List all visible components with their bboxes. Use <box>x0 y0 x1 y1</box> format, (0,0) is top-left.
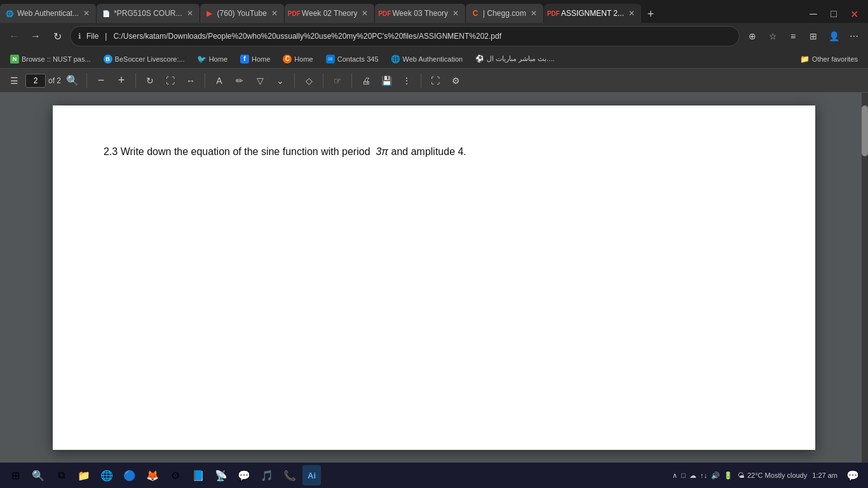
cursor-button[interactable]: ☞ <box>329 72 346 90</box>
bookmark-webauth-icon: 🌐 <box>391 55 400 64</box>
taskbar-notion[interactable]: 📘 <box>188 465 208 485</box>
tab-close-youtube[interactable]: ✕ <box>270 8 279 19</box>
settings-button[interactable]: ⚙ <box>447 72 465 90</box>
tab-close-week02[interactable]: ✕ <box>360 8 369 19</box>
taskbar-edge[interactable]: 🌐 <box>97 465 117 485</box>
tab-assignment2[interactable]: PDF ASSIGNMENT 2... ✕ <box>544 4 641 23</box>
read-aloud-icon-btn[interactable]: ≡ <box>784 27 802 45</box>
bookmark-fb-home[interactable]: f Home <box>235 53 275 65</box>
bookmark-chrome-home[interactable]: C Home <box>278 53 318 65</box>
tab-close-chegg[interactable]: ✕ <box>529 8 538 19</box>
zoom-icon-btn[interactable]: ⊕ <box>743 27 761 45</box>
tab-week03[interactable]: PDF Week 03 Theory ✕ <box>375 4 465 23</box>
zoom-in-button[interactable]: + <box>112 72 130 90</box>
vertical-scrollbar[interactable] <box>862 93 868 463</box>
telegram-icon: 📡 <box>215 470 227 482</box>
time-display[interactable]: 1:27 am <box>812 471 837 479</box>
taskbar-firefox[interactable]: 🦊 <box>142 465 163 485</box>
bookmark-arabic-icon: ⚽ <box>475 55 484 64</box>
page-number-input[interactable] <box>25 74 46 88</box>
notification-button[interactable]: 💬 <box>843 465 863 485</box>
store-icon: 🔵 <box>123 470 136 482</box>
weather-text: 22°C Mostly cloudy <box>747 471 807 479</box>
favorites-icon-btn[interactable]: ☆ <box>764 27 782 45</box>
maximize-button[interactable]: □ <box>825 5 843 23</box>
tab-icon-week02: PDF <box>290 9 299 18</box>
taskbar-explorer[interactable]: 📁 <box>74 465 94 485</box>
tab-close-prg510[interactable]: ✕ <box>186 8 194 19</box>
taskbar-ai-btn[interactable]: Ai <box>302 465 321 485</box>
cloud-icon[interactable]: ☁ <box>689 471 696 480</box>
network-icon[interactable]: ↑↓ <box>700 471 707 479</box>
fit-page-button[interactable]: ⛶ <box>161 72 179 90</box>
notion-icon: 📘 <box>192 470 205 482</box>
zoom-out-button[interactable]: − <box>92 72 110 90</box>
rotate-button[interactable]: ↻ <box>141 72 159 90</box>
collections-icon-btn[interactable]: ⊞ <box>804 27 822 45</box>
page-total-label: of 2 <box>48 76 61 85</box>
tab-icon-youtube: ▶ <box>205 9 214 18</box>
forward-button[interactable]: → <box>27 27 44 45</box>
new-tab-button[interactable]: + <box>642 5 660 23</box>
address-bar: ← → ↻ ℹ File | C:/Users/katam/Downloads/… <box>0 23 868 50</box>
profile-icon-btn[interactable]: 👤 <box>825 27 843 45</box>
bookmark-other-favorites[interactable]: 📁 Other favorites <box>796 53 863 65</box>
bookmark-besoccer[interactable]: B BeSoccer Livescore:... <box>98 53 190 65</box>
pdf-page: 2.3 Write down the equation of the sine … <box>53 105 815 450</box>
tab-close-week03[interactable]: ✕ <box>451 8 460 19</box>
highlight-options-button[interactable]: ⌄ <box>271 72 289 90</box>
refresh-button[interactable]: ↻ <box>48 27 66 45</box>
tab-close-assignment2[interactable]: ✕ <box>627 8 636 19</box>
taskbar: ⊞ 🔍 ⧉ 📁 🌐 🔵 🦊 ⚙ 📘 📡 💬 <box>0 463 868 488</box>
tab-web-auth[interactable]: 🌐 Web Authenticat... ✕ <box>0 4 96 23</box>
battery-icon[interactable]: 🔋 <box>724 471 733 480</box>
text-select-button[interactable]: A <box>210 72 228 90</box>
chevron-up-icon[interactable]: ∧ <box>672 471 677 480</box>
tab-week02[interactable]: PDF Week 02 Theory ✕ <box>285 4 375 23</box>
taskbar-store[interactable]: 🔵 <box>119 465 140 485</box>
weather-info[interactable]: 🌤 22°C Mostly cloudy <box>738 471 807 479</box>
taskbar-telegram[interactable]: 📡 <box>211 465 231 485</box>
taskbar-whatsapp[interactable]: 📞 <box>280 465 300 485</box>
tab-youtube[interactable]: ▶ (760) YouTube ✕ <box>200 4 284 23</box>
notification-area-icon[interactable]: □ <box>681 471 686 479</box>
tab-label-chegg: | Chegg.com <box>483 9 526 18</box>
bookmark-nust[interactable]: N Browse :: NUST pas... <box>5 53 96 65</box>
settings-icon-btn[interactable]: ⋯ <box>845 27 863 45</box>
whatsapp-icon: 📞 <box>283 470 296 482</box>
sidebar-toggle-button[interactable]: ☰ <box>5 72 23 90</box>
bookmark-webauth-label: Web Authentication <box>403 55 463 63</box>
save-button[interactable]: 💾 <box>377 72 395 90</box>
chat-bubble-icon: 💬 <box>846 470 859 482</box>
taskbar-settings[interactable]: ⚙ <box>165 465 186 485</box>
tab-prg510[interactable]: 📄 *PRG510S COUR... ✕ <box>97 4 199 23</box>
task-view-button[interactable]: ⧉ <box>51 465 71 485</box>
scrollbar-thumb[interactable] <box>862 105 868 156</box>
more-tools-button[interactable]: ⋮ <box>398 72 416 90</box>
url-bar[interactable]: ℹ File | C:/Users/katam/Downloads/People… <box>70 26 740 46</box>
volume-icon[interactable]: 🔊 <box>711 471 720 480</box>
tab-label-prg510: *PRG510S COUR... <box>114 9 182 18</box>
minimize-button[interactable]: ─ <box>804 5 822 23</box>
search-button[interactable]: 🔍 <box>28 465 48 485</box>
draw-tool-button[interactable]: ✏ <box>231 72 248 90</box>
start-button[interactable]: ⊞ <box>5 465 25 485</box>
taskbar-teams[interactable]: 💬 <box>234 465 254 485</box>
toolbar-icons: ⊕ ☆ ≡ ⊞ 👤 ⋯ <box>743 27 863 45</box>
bookmark-arabic[interactable]: ⚽ بث مباشر مباريات ال.... <box>470 53 559 65</box>
tab-chegg[interactable]: C | Chegg.com ✕ <box>466 4 543 23</box>
tab-close-web-auth[interactable]: ✕ <box>82 8 91 19</box>
close-window-button[interactable]: ✕ <box>845 5 863 23</box>
bookmark-webauth[interactable]: 🌐 Web Authentication <box>386 53 468 65</box>
bookmark-contacts[interactable]: ✉ Contacts 345 <box>321 53 384 65</box>
bookmark-twitter-home[interactable]: 🐦 Home <box>193 53 233 65</box>
highlight-button[interactable]: ▽ <box>251 72 269 90</box>
page-width-button[interactable]: ↔ <box>182 72 200 90</box>
print-button[interactable]: 🖨 <box>357 72 375 90</box>
tab-label-assignment2: ASSIGNMENT 2... <box>561 9 624 18</box>
taskbar-spotify[interactable]: 🎵 <box>257 465 277 485</box>
erase-button[interactable]: ◇ <box>300 72 318 90</box>
pdf-search-button[interactable]: 🔍 <box>64 72 81 90</box>
back-button[interactable]: ← <box>5 27 23 45</box>
fullscreen-button[interactable]: ⛶ <box>426 72 444 90</box>
